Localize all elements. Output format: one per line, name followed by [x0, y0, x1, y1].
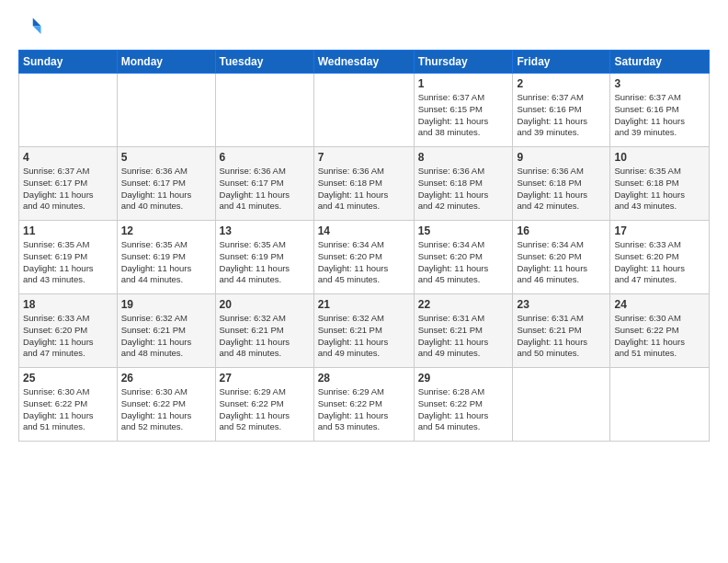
- weekday-header-row: SundayMondayTuesdayWednesdayThursdayFrid…: [19, 51, 710, 74]
- day-number: 19: [121, 298, 211, 311]
- day-cell: [313, 74, 414, 147]
- week-row-5: 25Sunrise: 6:30 AM Sunset: 6:22 PM Dayli…: [19, 368, 710, 442]
- day-cell: 29Sunrise: 6:28 AM Sunset: 6:22 PM Dayli…: [414, 368, 513, 442]
- day-info: Sunrise: 6:30 AM Sunset: 6:22 PM Dayligh…: [614, 313, 705, 360]
- day-info: Sunrise: 6:31 AM Sunset: 6:21 PM Dayligh…: [418, 313, 509, 360]
- day-cell: 18Sunrise: 6:33 AM Sunset: 6:20 PM Dayli…: [19, 294, 118, 368]
- day-info: Sunrise: 6:33 AM Sunset: 6:20 PM Dayligh…: [614, 239, 705, 286]
- day-cell: 11Sunrise: 6:35 AM Sunset: 6:19 PM Dayli…: [19, 221, 118, 294]
- day-cell: 21Sunrise: 6:32 AM Sunset: 6:21 PM Dayli…: [313, 294, 414, 368]
- day-cell: 22Sunrise: 6:31 AM Sunset: 6:21 PM Dayli…: [414, 294, 513, 368]
- day-cell: 2Sunrise: 6:37 AM Sunset: 6:16 PM Daylig…: [513, 74, 610, 147]
- day-cell: 7Sunrise: 6:36 AM Sunset: 6:18 PM Daylig…: [313, 147, 414, 221]
- day-number: 28: [318, 372, 410, 385]
- day-info: Sunrise: 6:34 AM Sunset: 6:20 PM Dayligh…: [418, 239, 509, 286]
- day-cell: [215, 74, 313, 147]
- weekday-header-wednesday: Wednesday: [313, 51, 414, 74]
- day-cell: 8Sunrise: 6:36 AM Sunset: 6:18 PM Daylig…: [414, 147, 513, 221]
- page: SundayMondayTuesdayWednesdayThursdayFrid…: [0, 0, 728, 563]
- day-cell: 13Sunrise: 6:35 AM Sunset: 6:19 PM Dayli…: [215, 221, 313, 294]
- day-info: Sunrise: 6:29 AM Sunset: 6:22 PM Dayligh…: [220, 386, 310, 433]
- day-number: 1: [418, 77, 509, 90]
- day-info: Sunrise: 6:36 AM Sunset: 6:17 PM Dayligh…: [121, 166, 211, 213]
- day-number: 27: [220, 372, 310, 385]
- day-cell: 4Sunrise: 6:37 AM Sunset: 6:17 PM Daylig…: [19, 147, 118, 221]
- day-number: 29: [418, 372, 509, 385]
- day-cell: 5Sunrise: 6:36 AM Sunset: 6:17 PM Daylig…: [117, 147, 215, 221]
- day-number: 4: [23, 151, 113, 164]
- day-cell: 14Sunrise: 6:34 AM Sunset: 6:20 PM Dayli…: [313, 221, 414, 294]
- day-number: 5: [121, 151, 211, 164]
- day-cell: 20Sunrise: 6:32 AM Sunset: 6:21 PM Dayli…: [215, 294, 313, 368]
- day-info: Sunrise: 6:33 AM Sunset: 6:20 PM Dayligh…: [23, 313, 113, 360]
- day-number: 13: [220, 224, 310, 237]
- day-info: Sunrise: 6:34 AM Sunset: 6:20 PM Dayligh…: [318, 239, 410, 286]
- day-cell: [19, 74, 118, 147]
- day-number: 12: [121, 224, 211, 237]
- day-info: Sunrise: 6:35 AM Sunset: 6:19 PM Dayligh…: [23, 239, 113, 286]
- day-info: Sunrise: 6:36 AM Sunset: 6:17 PM Dayligh…: [220, 166, 310, 213]
- day-number: 20: [220, 298, 310, 311]
- day-number: 18: [23, 298, 113, 311]
- day-number: 23: [517, 298, 606, 311]
- day-number: 10: [614, 151, 705, 164]
- day-info: Sunrise: 6:34 AM Sunset: 6:20 PM Dayligh…: [517, 239, 606, 286]
- day-info: Sunrise: 6:35 AM Sunset: 6:19 PM Dayligh…: [121, 239, 211, 286]
- day-info: Sunrise: 6:30 AM Sunset: 6:22 PM Dayligh…: [23, 386, 113, 433]
- day-number: 7: [318, 151, 410, 164]
- weekday-header-sunday: Sunday: [19, 51, 118, 74]
- day-info: Sunrise: 6:29 AM Sunset: 6:22 PM Dayligh…: [318, 386, 410, 433]
- day-number: 17: [614, 224, 705, 237]
- day-number: 6: [220, 151, 310, 164]
- day-number: 21: [318, 298, 410, 311]
- day-info: Sunrise: 6:31 AM Sunset: 6:21 PM Dayligh…: [517, 313, 606, 360]
- day-cell: 19Sunrise: 6:32 AM Sunset: 6:21 PM Dayli…: [117, 294, 215, 368]
- day-info: Sunrise: 6:28 AM Sunset: 6:22 PM Dayligh…: [418, 386, 509, 433]
- day-info: Sunrise: 6:35 AM Sunset: 6:18 PM Dayligh…: [614, 166, 705, 213]
- day-number: 8: [418, 151, 509, 164]
- day-cell: [117, 74, 215, 147]
- day-number: 24: [614, 298, 705, 311]
- day-info: Sunrise: 6:36 AM Sunset: 6:18 PM Dayligh…: [318, 166, 410, 213]
- day-cell: 25Sunrise: 6:30 AM Sunset: 6:22 PM Dayli…: [19, 368, 118, 442]
- day-info: Sunrise: 6:37 AM Sunset: 6:17 PM Dayligh…: [23, 166, 113, 213]
- day-cell: [513, 368, 610, 442]
- week-row-1: 1Sunrise: 6:37 AM Sunset: 6:15 PM Daylig…: [19, 74, 710, 147]
- day-info: Sunrise: 6:30 AM Sunset: 6:22 PM Dayligh…: [121, 386, 211, 433]
- day-number: 16: [517, 224, 606, 237]
- weekday-header-thursday: Thursday: [414, 51, 513, 74]
- day-info: Sunrise: 6:35 AM Sunset: 6:19 PM Dayligh…: [220, 239, 310, 286]
- day-cell: 17Sunrise: 6:33 AM Sunset: 6:20 PM Dayli…: [610, 221, 710, 294]
- day-info: Sunrise: 6:36 AM Sunset: 6:18 PM Dayligh…: [418, 166, 509, 213]
- day-info: Sunrise: 6:37 AM Sunset: 6:16 PM Dayligh…: [517, 92, 606, 139]
- day-info: Sunrise: 6:36 AM Sunset: 6:18 PM Dayligh…: [517, 166, 606, 213]
- day-cell: 10Sunrise: 6:35 AM Sunset: 6:18 PM Dayli…: [610, 147, 710, 221]
- day-info: Sunrise: 6:32 AM Sunset: 6:21 PM Dayligh…: [318, 313, 410, 360]
- day-info: Sunrise: 6:32 AM Sunset: 6:21 PM Dayligh…: [220, 313, 310, 360]
- day-cell: [610, 368, 710, 442]
- day-cell: 12Sunrise: 6:35 AM Sunset: 6:19 PM Dayli…: [117, 221, 215, 294]
- day-info: Sunrise: 6:32 AM Sunset: 6:21 PM Dayligh…: [121, 313, 211, 360]
- day-cell: 27Sunrise: 6:29 AM Sunset: 6:22 PM Dayli…: [215, 368, 313, 442]
- week-row-2: 4Sunrise: 6:37 AM Sunset: 6:17 PM Daylig…: [19, 147, 710, 221]
- day-cell: 3Sunrise: 6:37 AM Sunset: 6:16 PM Daylig…: [610, 74, 710, 147]
- day-number: 25: [23, 372, 113, 385]
- day-cell: 28Sunrise: 6:29 AM Sunset: 6:22 PM Dayli…: [313, 368, 414, 442]
- day-number: 2: [517, 77, 606, 90]
- header-area: [18, 15, 710, 40]
- day-cell: 16Sunrise: 6:34 AM Sunset: 6:20 PM Dayli…: [513, 221, 610, 294]
- weekday-header-tuesday: Tuesday: [215, 51, 313, 74]
- day-cell: 26Sunrise: 6:30 AM Sunset: 6:22 PM Dayli…: [117, 368, 215, 442]
- day-number: 26: [121, 372, 211, 385]
- day-cell: 24Sunrise: 6:30 AM Sunset: 6:22 PM Dayli…: [610, 294, 710, 368]
- day-number: 15: [418, 224, 509, 237]
- day-number: 22: [418, 298, 509, 311]
- day-number: 3: [614, 77, 705, 90]
- day-cell: 15Sunrise: 6:34 AM Sunset: 6:20 PM Dayli…: [414, 221, 513, 294]
- day-number: 11: [23, 224, 113, 237]
- logo: [18, 15, 48, 40]
- day-cell: 6Sunrise: 6:36 AM Sunset: 6:17 PM Daylig…: [215, 147, 313, 221]
- day-cell: 9Sunrise: 6:36 AM Sunset: 6:18 PM Daylig…: [513, 147, 610, 221]
- svg-marker-0: [33, 18, 41, 27]
- day-info: Sunrise: 6:37 AM Sunset: 6:16 PM Dayligh…: [614, 92, 705, 139]
